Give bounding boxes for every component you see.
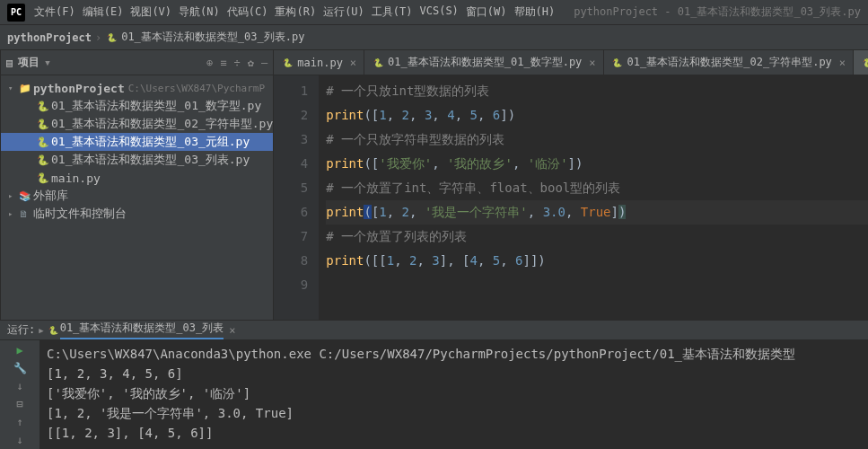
expand-icon[interactable]: ÷ (234, 57, 241, 69)
menu-refactor[interactable]: 重构(R) (275, 4, 316, 20)
tree-scratches[interactable]: ▸🗎临时文件和控制台 (1, 205, 273, 223)
python-file-icon: 🐍 (861, 57, 868, 69)
main-menu: 文件(F) 编辑(E) 视图(V) 导航(N) 代码(C) 重构(R) 运行(U… (34, 4, 555, 20)
code-area[interactable]: 123456789 # 一个只放int型数据的列表 print([1, 2, 3… (274, 75, 868, 320)
tab-active[interactable]: 🐍01_基 (854, 50, 868, 75)
run-tab[interactable]: 01_基本语法和数据类型_03_列表 (60, 321, 224, 339)
collapse-icon[interactable]: ⊕ (206, 57, 213, 69)
chevron-right-icon: › (95, 31, 101, 44)
settings-icon[interactable]: ✿ (248, 57, 254, 69)
python-file-icon: 🐍 (372, 57, 384, 69)
tree-file[interactable]: 🐍main.py (1, 169, 273, 187)
breadcrumb: pythonProject › 🐍01_基本语法和数据类型_03_列表.py (0, 25, 868, 50)
editor: 🐍main.py× 🐍01_基本语法和数据类型_01_数字型.py× 🐍01_基… (274, 50, 868, 320)
menu-vcs[interactable]: VCS(S) (420, 4, 459, 20)
select-opened-icon[interactable]: ≡ (220, 57, 226, 69)
python-file-icon: 🐍 (105, 31, 118, 44)
menu-run[interactable]: 运行(U) (323, 4, 364, 20)
tree-file-selected[interactable]: 🐍01_基本语法和数据类型_03_元组.py (1, 133, 273, 151)
run-header: 运行: ▶ 🐍 01_基本语法和数据类型_03_列表 × (0, 321, 868, 340)
app-logo: PC (7, 4, 25, 22)
menu-tools[interactable]: 工具(T) (372, 4, 413, 20)
menu-code[interactable]: 代码(C) (227, 4, 268, 20)
source-code[interactable]: # 一个只放int型数据的列表 print([1, 2, 3, 4, 5, 6]… (319, 75, 868, 320)
tree-file[interactable]: 🐍01_基本语法和数据类型_03_列表.py (1, 151, 273, 169)
titlebar: PC 文件(F) 编辑(E) 视图(V) 导航(N) 代码(C) 重构(R) 运… (0, 0, 868, 25)
chevron-right-icon: ▶ (39, 326, 43, 335)
menu-edit[interactable]: 编辑(E) (83, 4, 124, 20)
tree-file[interactable]: 🐍01_基本语法和数据类型_02_字符串型.py (1, 115, 273, 133)
down-arrow-icon[interactable]: ↓ (16, 434, 22, 446)
edit-config-icon[interactable]: 🔧 (13, 362, 27, 374)
run-toolbar: ▶ 🔧 ↓ ⊟ ↑ ↓ ⇄ 🖶 (0, 340, 39, 449)
menu-file[interactable]: 文件(F) (34, 4, 75, 20)
project-panel-header: ▤ 项目 ▼ ⊕ ≡ ÷ ✿ — (1, 50, 273, 75)
close-icon[interactable]: × (350, 57, 356, 69)
breadcrumb-project[interactable]: pythonProject (7, 31, 92, 44)
line-numbers: 123456789 (274, 75, 319, 320)
tree-external-libs[interactable]: ▸📚外部库 (1, 187, 273, 205)
menu-help[interactable]: 帮助(H) (514, 4, 556, 20)
project-panel-title: 项目 (18, 55, 39, 70)
editor-tabs: 🐍main.py× 🐍01_基本语法和数据类型_01_数字型.py× 🐍01_基… (274, 50, 868, 75)
up-arrow-icon[interactable]: ↑ (16, 416, 22, 428)
python-file-icon: 🐍 (281, 57, 294, 69)
close-icon[interactable]: × (839, 57, 846, 69)
dropdown-icon[interactable]: ▼ (45, 58, 49, 67)
tab-main[interactable]: 🐍main.py× (274, 50, 364, 75)
project-icon: ▤ (6, 57, 13, 69)
menu-navigate[interactable]: 导航(N) (179, 4, 220, 20)
tree-file[interactable]: 🐍01_基本语法和数据类型_01_数字型.py (1, 97, 273, 115)
window-title: pythonProject - 01_基本语法和数据类型_03_列表.py (574, 4, 861, 20)
run-panel: 运行: ▶ 🐍 01_基本语法和数据类型_03_列表 × ▶ 🔧 ↓ ⊟ ↑ ↓… (0, 320, 868, 449)
stop-icon[interactable]: ↓ (16, 380, 22, 392)
run-icon[interactable]: ▶ (16, 344, 22, 357)
python-file-icon: 🐍 (48, 324, 60, 337)
python-file-icon: 🐍 (611, 57, 624, 69)
tree-project-root[interactable]: ▾📁pythonProjectC:\Users\WX847\PycharmP (1, 79, 273, 97)
menu-window[interactable]: 窗口(W) (466, 4, 507, 20)
run-output[interactable]: C:\Users\WX847\Anaconda3\python.exe C:/U… (39, 340, 868, 449)
close-icon[interactable]: × (589, 57, 595, 69)
close-icon[interactable]: × (229, 324, 235, 337)
tab-file[interactable]: 🐍01_基本语法和数据类型_01_数字型.py× (364, 50, 603, 75)
project-panel: ▤ 项目 ▼ ⊕ ≡ ÷ ✿ — ▾📁pythonProjectC:\Users… (1, 50, 274, 320)
menu-view[interactable]: 视图(V) (130, 4, 171, 20)
breadcrumb-file[interactable]: 🐍01_基本语法和数据类型_03_列表.py (105, 30, 304, 45)
project-tree: ▾📁pythonProjectC:\Users\WX847\PycharmP 🐍… (1, 75, 273, 226)
hide-icon[interactable]: — (261, 57, 267, 69)
run-label: 运行: (7, 322, 35, 338)
pin-icon[interactable]: ⊟ (16, 398, 22, 410)
tab-file[interactable]: 🐍01_基本语法和数据类型_02_字符串型.py× (604, 50, 854, 75)
